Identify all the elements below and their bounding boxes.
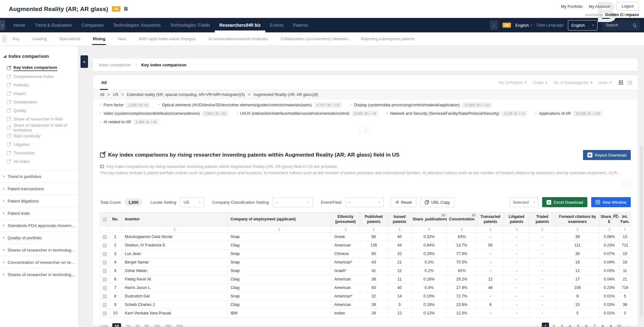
row-checkbox[interactable]: ✓ (103, 286, 107, 290)
sort-updown-icon[interactable] (122, 228, 227, 231)
expand-description-button[interactable]: ˅ (623, 182, 631, 187)
page-button-4[interactable]: 4 (566, 323, 574, 327)
nav-item-technologies-keywords[interactable]: Technologies: Keywords (108, 18, 165, 32)
page-button-8[interactable]: 8 (599, 323, 606, 327)
category-pill-ui-ux[interactable]: •UI/UX (interaction/interface/mobile/sou… (236, 111, 378, 116)
pager-next-icon[interactable]: › (624, 323, 631, 327)
subnav-item-rising[interactable]: Rising (92, 33, 106, 45)
selected-dropdown[interactable]: Selected˅ (509, 197, 538, 207)
subnav-item-collaboration-co-inventors-networks[interactable]: Collaboration (co-inventors) networks (280, 33, 349, 45)
sidebar-collapse-button[interactable]: « (80, 55, 88, 68)
row-checkbox[interactable]: ✓ (103, 303, 107, 307)
page-button-3[interactable]: 3 (558, 323, 565, 327)
row-checkbox[interactable]: ✓ (103, 294, 107, 299)
column-header-transacted-patents[interactable]: Transacted patents (477, 213, 504, 226)
new-window-button[interactable]: New Window (591, 197, 631, 207)
sidebar-section-patent-litigations[interactable]: Patent litigations (0, 195, 78, 207)
row-checkbox[interactable]: ✓ (103, 269, 107, 273)
nav-item-events[interactable]: Events (265, 18, 288, 32)
limit-option-10[interactable]: 10 (112, 323, 121, 327)
sort-updown-icon[interactable] (504, 228, 529, 231)
sort-updown-icon[interactable] (388, 228, 411, 231)
sort-updown-icon[interactable] (529, 228, 555, 231)
sort-control-grade[interactable]: Grade (533, 80, 547, 85)
sidebar-item-all-indies[interactable]: All indies (0, 157, 78, 166)
column-header-no[interactable]: No. (109, 213, 122, 226)
row-checkbox[interactable]: ✓ (103, 277, 107, 282)
sidebar-section-concentration-of-researcher-on-te[interactable]: Concentration of researcher on te… (0, 256, 78, 268)
sort-control-no-of-subcategories[interactable]: No. of Subcategories (553, 80, 592, 85)
subnav-item-at-universities-research-institutes[interactable]: At universities/research institutes (208, 33, 269, 45)
select-all-checkbox[interactable]: ✓ (103, 217, 107, 222)
category-pill-ai-related-to-ar[interactable]: •AI related to AR1,469 / A- / +8 (100, 119, 159, 125)
sidebar-item-comprehensive-indies[interactable]: Comprehensive indies (0, 72, 78, 81)
path-segment-1[interactable]: US (113, 92, 118, 97)
column-header-concentration[interactable]: Concentration(2) (447, 213, 477, 226)
sidebar-item-key-index-comparison[interactable]: Key index comparison (0, 64, 78, 72)
row-checkbox[interactable]: ✓ (103, 243, 107, 248)
column-header-ethnicity-presumed[interactable]: Ethnicity (presumed) (331, 213, 360, 226)
sort-updown-icon[interactable] (556, 228, 599, 231)
sidebar-item-share-of-researcher-in-field[interactable]: Share of researcher in field (0, 115, 78, 123)
subnav-item-specialized[interactable]: Specialized (59, 33, 81, 45)
sort-updown-icon[interactable] (331, 228, 360, 231)
nav-item-trend-evaluation[interactable]: Trend & Evaluation (30, 18, 77, 32)
pager-prev-icon[interactable]: ‹ (534, 323, 541, 327)
row-checkbox[interactable]: ✓ (103, 235, 107, 239)
my-portfolio-link[interactable]: My Portfolio (561, 4, 583, 9)
row-checkbox[interactable]: ✓ (103, 252, 107, 256)
column-header-inventor[interactable]: Inventor (122, 213, 227, 226)
excel-download-button[interactable]: XExcel Download (542, 197, 587, 207)
sidebar-item-globalization[interactable]: Globalization (0, 98, 78, 106)
event-field-select[interactable]: -˅ (345, 197, 384, 207)
collapse-panel-button[interactable]: ˄ (359, 128, 372, 132)
page-scrollbar[interactable] (640, 145, 643, 317)
nav-item-technologies-fields[interactable]: Technologies: Fields (165, 18, 215, 32)
page-button-1[interactable]: 1 (542, 323, 549, 327)
path-segment-0[interactable]: All (100, 92, 104, 97)
row-checkbox[interactable]: ✓ (103, 311, 107, 316)
page-button-9[interactable]: 9 (607, 323, 614, 327)
subnav-item-leading[interactable]: Leading (31, 33, 47, 45)
nav-item-companies[interactable]: Companies (77, 18, 108, 32)
sidebar-item-impact[interactable]: Impact (0, 89, 78, 98)
limit-option-20[interactable]: 20 (126, 324, 130, 327)
column-header-int-fam[interactable]: Int. Fam. (619, 213, 631, 226)
sort-updown-icon[interactable] (619, 228, 631, 231)
data-language-select[interactable]: English˅ (568, 20, 597, 30)
subnav-item-new[interactable]: New (117, 33, 127, 45)
column-header-share-fc-e[interactable]: Share_FC-E(3) (600, 213, 619, 226)
sort-updown-icon[interactable] (360, 228, 387, 231)
nav-item-researchers-hr-biz[interactable]: Researchers/HR biz (215, 18, 266, 32)
sidebar-item-litigation[interactable]: Litigation (0, 140, 78, 149)
nav-item-home[interactable]: Home (9, 18, 30, 32)
my-account-link[interactable]: My Account (589, 4, 610, 9)
column-header-trialed-patents[interactable]: Trialed patents (529, 213, 556, 226)
sidebar-section-quality-of-portfolio[interactable]: Quality of portfolio (0, 231, 78, 244)
sidebar-section-index-comparison[interactable]: Index comparison (3, 53, 78, 59)
column-header-litigated-patents[interactable]: Litigated patents (504, 213, 529, 226)
subnav-item-with-rapid-index-value-changes[interactable]: With rapid index-value changes (138, 33, 196, 45)
sort-reset-button[interactable]: reset↺ (599, 80, 612, 85)
limit-option-250[interactable]: 250 (165, 324, 171, 327)
breadcrumb-parent[interactable]: Index comparison (99, 63, 131, 67)
tab-all[interactable]: All (100, 75, 108, 90)
category-pill-video[interactable]: •Video (system/compression/distribution/… (100, 111, 228, 116)
ui-language-dropdown[interactable]: English˅ (515, 23, 532, 28)
sidebar-item-share-of-researcher-in-field-of-workplace[interactable]: Share of researcher in field of workplac… (0, 123, 78, 132)
sidebar-section-patent-trials[interactable]: Patent trials (0, 207, 78, 219)
limit-option-25[interactable]: 25 (135, 324, 139, 327)
list-view-icon[interactable] (627, 80, 632, 85)
page-button-6[interactable]: 6 (583, 323, 590, 327)
category-pill-applications-of-ar[interactable]: •Applications of AR10,002 / A- / +10 (536, 111, 602, 116)
sidebar-item-transaction[interactable]: Transaction (0, 149, 78, 157)
category-pill-display[interactable]: •Display (system/data processing/control… (350, 102, 492, 108)
sidebar-section-shares-of-researcher-in-technolog[interactable]: Shares of researcher in technolog… (0, 268, 78, 280)
nav-item-patents[interactable]: Patents (288, 18, 313, 32)
path-segment-2[interactable]: Extended reality (XR, spacial computing,… (127, 92, 245, 97)
column-header-published-patents[interactable]: Published patents (360, 213, 388, 226)
sidebar-section-standards-fda-approvals-govern[interactable]: Standards-FDA approvals-Govern… (0, 219, 78, 231)
category-pill-network-and-security[interactable]: •Network and Security (Service&Facility/… (386, 111, 527, 116)
logout-button[interactable]: Logout (616, 2, 639, 11)
report-download-button[interactable]: W Report Download (583, 150, 631, 160)
